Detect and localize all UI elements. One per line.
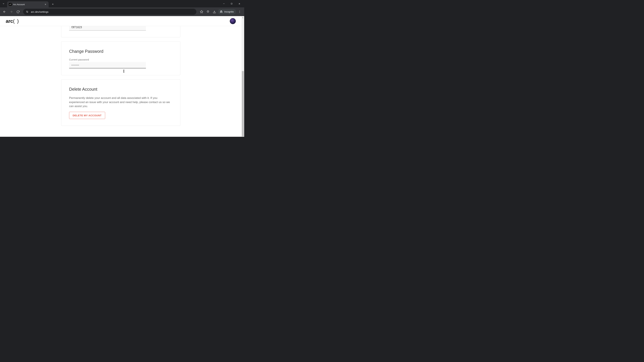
window-controls [220,0,243,7]
incognito-badge[interactable]: Incognito [218,9,236,14]
forward-button[interactable] [8,9,14,14]
page-content: arc( ) Username Change Password Current … [0,16,242,137]
url-text: arc.dev/settings [31,10,48,13]
scrollbar-up-icon[interactable]: ▲ [242,16,244,19]
svg-point-17 [222,12,222,12]
svg-marker-14 [200,10,203,13]
window-minimize-button[interactable] [220,1,228,6]
site-settings-icon[interactable] [26,10,29,13]
delete-my-account-button[interactable]: DELETE MY ACCOUNT [69,112,105,119]
incognito-label: Incognito [224,10,234,13]
svg-point-12 [26,11,27,11]
change-password-title: Change Password [69,49,172,54]
delete-account-card: Delete Account Permanently delete your a… [61,79,180,126]
tab-close-button[interactable] [44,3,47,6]
current-password-label: Current password [69,58,172,61]
page-viewport: arc( ) Username Change Password Current … [0,16,244,137]
back-button[interactable] [2,9,8,14]
svg-point-19 [240,11,240,12]
address-bar[interactable]: arc.dev/settings [23,9,196,15]
browser-menu-button[interactable] [237,9,242,14]
window-close-button[interactable] [236,1,243,6]
svg-point-20 [240,12,240,13]
svg-point-18 [240,10,240,11]
toolbar-right: Incognito [199,9,242,14]
user-avatar[interactable] [230,18,236,24]
settings-cards: Username Change Password Current passwor… [0,26,242,130]
reload-button[interactable] [15,9,21,14]
new-tab-button[interactable] [50,2,55,7]
extensions-button[interactable] [205,9,211,14]
incognito-icon [220,10,223,13]
browser-tab[interactable]: Arc Account [7,1,49,7]
svg-point-13 [27,12,28,12]
change-password-card: Change Password Current password [61,41,180,75]
delete-account-description: Permanently delete your account and all … [69,96,172,108]
scrollbar-thumb[interactable] [242,71,244,136]
site-header: arc( ) [0,16,242,26]
browser-toolbar: arc.dev/settings Incognito [0,7,244,16]
tab-title: Arc Account [13,3,42,6]
scrollbar-track[interactable]: ▲ [242,16,244,137]
arc-logo[interactable]: arc( ) [6,18,19,24]
svg-rect-5 [231,3,232,4]
current-password-input[interactable] [69,62,146,68]
svg-point-16 [220,12,221,12]
delete-account-title: Delete Account [69,87,172,92]
window-maximize-button[interactable] [228,1,236,6]
bookmark-button[interactable] [199,9,204,14]
tab-search-dropdown[interactable] [1,1,6,6]
browser-chrome: Arc Account [0,0,244,16]
tab-bar: Arc Account [0,0,244,7]
downloads-button[interactable] [212,9,217,14]
tab-favicon-icon [9,3,12,6]
